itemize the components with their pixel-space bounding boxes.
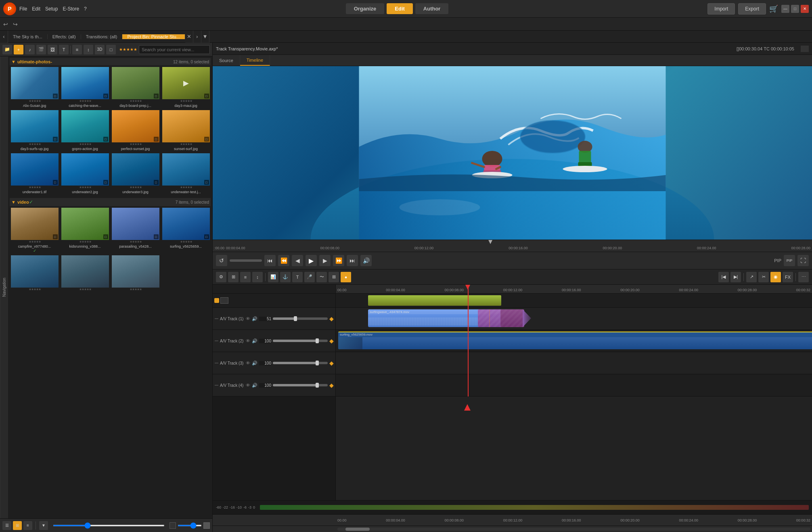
track-1-fader[interactable] <box>273 317 328 320</box>
list-item[interactable]: □ ★★★★★ gopro-action.jpg <box>60 109 110 152</box>
track-4-mute-icon[interactable]: 🔊 <box>252 383 257 388</box>
tab-project-bin[interactable]: Project Bin: Pinnacle Stu... <box>122 34 185 39</box>
track-1-eye-icon[interactable]: 👁 <box>246 316 250 321</box>
overlay-clip[interactable] <box>368 295 501 306</box>
navigation-label[interactable]: Navigation <box>0 56 8 518</box>
scrollbar-thumb[interactable] <box>345 528 370 531</box>
zoom-out-button[interactable]: ▶| <box>730 272 741 282</box>
view-options-button[interactable]: ▼ <box>39 521 48 530</box>
list-item[interactable]: ★★★★★ <box>111 255 160 293</box>
track-2-fader-thumb[interactable] <box>316 338 319 343</box>
text-icon[interactable]: T <box>59 45 69 54</box>
display-icon[interactable]: □ <box>106 45 116 54</box>
tab-effects[interactable]: Effects: (all) <box>48 34 81 39</box>
track-2-fader[interactable] <box>273 340 328 342</box>
trim-button[interactable]: ↕ <box>252 272 263 282</box>
list-item[interactable]: □ ★★★★★ sunset-surf.jpg <box>161 109 211 152</box>
tab-transitions[interactable]: Transitions: (all) <box>81 34 123 39</box>
frame-back-button[interactable]: ◀ <box>292 255 303 266</box>
audio-button[interactable]: 〜 <box>316 272 327 282</box>
track-2-keyframe-icon[interactable]: ◆ <box>329 338 334 344</box>
3d-label[interactable]: 3D <box>95 45 105 54</box>
track-4-fader[interactable] <box>273 384 328 386</box>
list-item[interactable]: □ ★★★★★ catching-the-wave... <box>60 66 110 108</box>
track-1-keyframe-icon[interactable]: ◆ <box>329 315 334 322</box>
photo-icon[interactable]: 🖼 <box>48 45 57 54</box>
track-3-side-icon[interactable]: | <box>214 363 218 363</box>
more-options-button[interactable]: ⋯ <box>798 272 809 282</box>
plus-icon[interactable]: + <box>14 45 23 54</box>
track-3-eye-icon[interactable]: 👁 <box>246 361 250 365</box>
timeline-tab[interactable]: Timeline <box>240 55 270 66</box>
organize-button[interactable]: Organize <box>346 3 385 14</box>
list-item[interactable]: □ ★★★★★ underwater3.jpg <box>111 152 160 195</box>
size-slider[interactable] <box>178 525 202 526</box>
author-button[interactable]: Author <box>415 3 449 14</box>
timeline-view-button[interactable]: ⊞ <box>329 272 339 282</box>
menu-estore[interactable]: E-Store <box>63 6 79 12</box>
list-item[interactable]: □ ★★★★★ parasailing_v5428... <box>111 207 160 254</box>
tab-scroll-left[interactable]: ‹ <box>0 31 8 43</box>
list-item[interactable]: □ ★★★★★ perfect-sunset.jpg <box>111 109 160 152</box>
list-item[interactable]: ▶ □ ★★★★★ day3-maui.jpg <box>161 66 211 108</box>
frame-forward-button[interactable]: ▶ <box>319 255 331 266</box>
track-2-eye-icon[interactable]: 👁 <box>246 338 250 343</box>
tab-close[interactable]: ✕ <box>185 31 193 43</box>
track-1-mute-icon[interactable]: 🔊 <box>252 316 257 321</box>
list-item[interactable]: □ ★★★★★ underwater-test.j... <box>161 152 211 195</box>
volume-slider[interactable] <box>230 259 262 262</box>
step-back-button[interactable]: ⏪ <box>278 255 289 266</box>
section-video[interactable]: ▼ video ✓ 7 items, 0 selected <box>10 198 211 206</box>
menu-setup[interactable]: Setup <box>45 6 58 12</box>
track-1-side-icon[interactable]: | <box>214 318 218 319</box>
redo-button[interactable]: ↪ <box>11 20 19 28</box>
folder-icon[interactable]: 📁 <box>2 45 12 54</box>
zoom-in-button[interactable]: |◀ <box>718 272 729 282</box>
pip-button[interactable]: PIP <box>784 255 795 266</box>
step-forward-button[interactable]: ⏩ <box>333 255 344 266</box>
list-item[interactable]: □ ★★★★★ kidsrunning_v388... <box>60 207 110 254</box>
list-item[interactable]: □ ★★★★★ day3-board-prep.j... <box>111 66 160 108</box>
track-clip-large[interactable]: surfing_v5625659.mov <box>338 332 812 349</box>
section-photos[interactable]: ▼ ultimate-photos- 12 items, 0 selected <box>10 58 211 65</box>
anchor-button[interactable]: ⚓ <box>280 272 291 282</box>
histogram-button[interactable]: 📊 <box>268 272 278 282</box>
track-2-mute-icon[interactable]: 🔊 <box>252 338 257 344</box>
menu-help[interactable]: ? <box>84 6 87 12</box>
sort-icon[interactable]: ↕ <box>84 45 93 54</box>
skip-end-button[interactable]: ⏭ <box>347 255 358 266</box>
clip-btn[interactable]: ✂ <box>758 272 769 282</box>
grid-view-button[interactable]: ⊞ <box>13 521 22 530</box>
color-button[interactable]: ◉ <box>770 272 781 282</box>
search-input[interactable] <box>139 45 210 54</box>
list-item[interactable]: □ ★★★★★ underwater2.jpg <box>60 152 110 195</box>
edit-button[interactable]: Edit <box>387 3 413 14</box>
import-button[interactable]: Import <box>707 3 735 15</box>
active-tool-button[interactable]: ● <box>341 272 351 282</box>
track-4-keyframe-icon[interactable]: ◆ <box>329 382 334 388</box>
zoom-slider[interactable] <box>53 525 165 526</box>
tab-sky[interactable]: The Sky is th... <box>8 34 48 39</box>
title-button[interactable]: T <box>292 272 303 282</box>
fullscreen-button[interactable]: ⛶ <box>797 255 809 266</box>
list-item[interactable]: □ ★★★★★ surfing_v5625659... <box>161 207 211 254</box>
snap-button[interactable]: ⊞ <box>228 272 239 282</box>
close-button[interactable]: ✕ <box>801 5 809 13</box>
export-tl-button[interactable]: ↗ <box>746 272 757 282</box>
undo-button[interactable]: ↩ <box>2 20 10 28</box>
tab-scroll-right[interactable]: › <box>193 31 201 43</box>
volume-button[interactable]: 🔊 <box>360 255 372 266</box>
track-2-side-icon[interactable]: | <box>214 340 218 341</box>
track-3-fader-thumb[interactable] <box>316 361 319 365</box>
list-item[interactable]: ★★★★★ <box>10 255 59 293</box>
tab-menu[interactable]: ▼ <box>201 31 209 43</box>
track-4-eye-icon[interactable]: 👁 <box>246 383 250 388</box>
timeline-settings-button[interactable]: ⚙ <box>216 272 226 282</box>
track-4-side-icon[interactable]: | <box>214 385 218 386</box>
list-item[interactable]: ★★★★★ <box>60 255 110 293</box>
track-4-fader-thumb[interactable] <box>316 383 319 388</box>
skip-start-button[interactable]: ⏮ <box>264 255 276 266</box>
detail-view-button[interactable]: ≡ <box>23 521 32 530</box>
menu-edit[interactable]: Edit <box>32 6 40 12</box>
play-button[interactable]: ▶ <box>306 255 317 266</box>
